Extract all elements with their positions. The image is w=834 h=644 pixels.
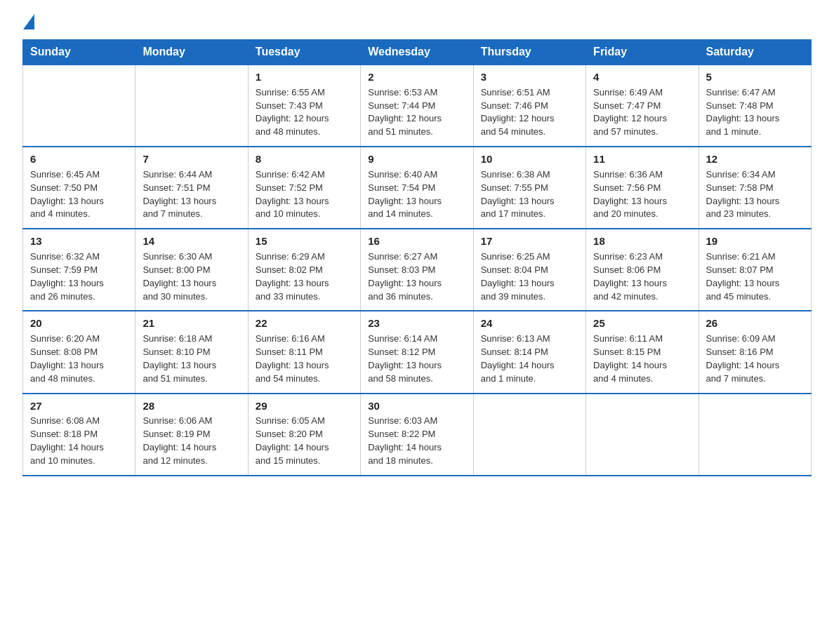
calendar-cell: 19Sunrise: 6:21 AMSunset: 8:07 PMDayligh… (699, 229, 811, 311)
day-info: Sunset: 8:16 PM (706, 346, 804, 359)
calendar-cell: 23Sunrise: 6:14 AMSunset: 8:12 PMDayligh… (361, 311, 473, 393)
day-info: Sunset: 8:10 PM (143, 346, 240, 359)
day-info: and 17 minutes. (481, 208, 578, 221)
day-info: Sunrise: 6:25 AM (481, 250, 578, 264)
day-info: and 10 minutes. (256, 208, 353, 221)
calendar-cell (699, 394, 811, 476)
column-header-sunday: Sunday (23, 40, 135, 65)
day-info: and 51 minutes. (143, 373, 240, 386)
week-row-4: 20Sunrise: 6:20 AMSunset: 8:08 PMDayligh… (23, 311, 812, 393)
day-info: and 4 minutes. (30, 208, 128, 221)
calendar-cell: 14Sunrise: 6:30 AMSunset: 8:00 PMDayligh… (135, 229, 248, 311)
day-info: Daylight: 13 hours (706, 112, 804, 126)
day-number: 11 (593, 152, 691, 167)
day-number: 4 (593, 69, 691, 85)
day-info: Sunrise: 6:27 AM (368, 250, 465, 264)
day-info: Sunrise: 6:49 AM (593, 86, 691, 100)
day-number: 2 (368, 69, 465, 85)
day-info: and 14 minutes. (368, 208, 465, 221)
day-info: Sunset: 7:48 PM (706, 100, 804, 113)
day-info: and 51 minutes. (368, 126, 465, 139)
day-info: Sunrise: 6:11 AM (593, 333, 691, 346)
calendar-cell: 9Sunrise: 6:40 AMSunset: 7:54 PMDaylight… (361, 147, 473, 229)
day-info: Sunrise: 6:47 AM (706, 86, 804, 100)
day-number: 8 (256, 152, 353, 167)
column-header-saturday: Saturday (699, 40, 811, 65)
day-info: Sunset: 8:03 PM (368, 264, 465, 277)
day-number: 12 (706, 152, 804, 167)
day-info: Sunrise: 6:53 AM (368, 86, 465, 100)
day-info: and 33 minutes. (256, 290, 353, 304)
day-info: Sunset: 7:43 PM (256, 100, 353, 113)
day-info: Sunset: 7:59 PM (30, 264, 128, 277)
day-info: Daylight: 14 hours (256, 441, 353, 455)
day-info: and 58 minutes. (368, 373, 465, 386)
day-info: Sunset: 7:46 PM (481, 100, 578, 113)
calendar-cell: 4Sunrise: 6:49 AMSunset: 7:47 PMDaylight… (586, 65, 699, 147)
day-info: Sunrise: 6:03 AM (368, 415, 465, 428)
day-info: Daylight: 13 hours (143, 359, 240, 373)
day-info: and 18 minutes. (368, 455, 465, 468)
day-info: and 36 minutes. (368, 290, 465, 304)
calendar-cell (586, 394, 699, 476)
day-info: and 48 minutes. (256, 126, 353, 139)
week-row-5: 27Sunrise: 6:08 AMSunset: 8:18 PMDayligh… (23, 394, 812, 476)
day-info: Daylight: 13 hours (143, 277, 240, 290)
day-info: Sunset: 8:06 PM (593, 264, 691, 277)
day-info: Sunset: 8:00 PM (143, 264, 240, 277)
day-number: 3 (481, 69, 578, 85)
day-info: and 57 minutes. (593, 126, 691, 139)
day-info: Sunrise: 6:14 AM (368, 333, 465, 346)
calendar-cell: 8Sunrise: 6:42 AMSunset: 7:52 PMDaylight… (248, 147, 360, 229)
day-info: Sunrise: 6:44 AM (143, 168, 240, 182)
day-info: Sunrise: 6:30 AM (143, 250, 240, 264)
calendar-cell: 2Sunrise: 6:53 AMSunset: 7:44 PMDaylight… (361, 65, 473, 147)
day-info: and 42 minutes. (593, 290, 691, 304)
calendar-cell: 25Sunrise: 6:11 AMSunset: 8:15 PMDayligh… (586, 311, 699, 393)
day-info: Daylight: 13 hours (481, 277, 578, 290)
day-info: Daylight: 14 hours (30, 441, 128, 455)
calendar-cell: 10Sunrise: 6:38 AMSunset: 7:55 PMDayligh… (473, 147, 585, 229)
page-header (22, 17, 812, 32)
day-info: Daylight: 13 hours (593, 277, 691, 290)
day-number: 17 (481, 234, 578, 249)
day-info: and 20 minutes. (593, 208, 691, 221)
day-info: Sunrise: 6:40 AM (368, 168, 465, 182)
week-row-1: 1Sunrise: 6:55 AMSunset: 7:43 PMDaylight… (23, 65, 812, 147)
day-info: Sunset: 8:12 PM (368, 346, 465, 359)
day-info: Sunrise: 6:45 AM (30, 168, 128, 182)
day-info: and 7 minutes. (143, 208, 240, 221)
day-info: and 45 minutes. (706, 290, 804, 304)
day-info: Daylight: 13 hours (256, 195, 353, 208)
calendar-cell: 27Sunrise: 6:08 AMSunset: 8:18 PMDayligh… (23, 394, 135, 476)
day-info: Daylight: 13 hours (706, 195, 804, 208)
day-number: 24 (481, 316, 578, 331)
calendar-table: SundayMondayTuesdayWednesdayThursdayFrid… (22, 39, 812, 476)
day-info: and 23 minutes. (706, 208, 804, 221)
day-info: Daylight: 14 hours (706, 359, 804, 373)
calendar-cell: 15Sunrise: 6:29 AMSunset: 8:02 PMDayligh… (248, 229, 360, 311)
day-number: 23 (368, 316, 465, 331)
day-number: 15 (256, 234, 353, 249)
day-info: Daylight: 13 hours (256, 277, 353, 290)
day-info: Sunset: 8:22 PM (368, 428, 465, 441)
day-info: Sunrise: 6:20 AM (30, 333, 128, 346)
calendar-cell: 5Sunrise: 6:47 AMSunset: 7:48 PMDaylight… (699, 65, 811, 147)
day-number: 22 (256, 316, 353, 331)
day-info: Daylight: 14 hours (593, 359, 691, 373)
day-info: Sunrise: 6:06 AM (143, 415, 240, 428)
day-info: Sunset: 8:07 PM (706, 264, 804, 277)
day-number: 27 (30, 398, 128, 414)
day-info: and 1 minute. (706, 126, 804, 139)
day-info: Daylight: 12 hours (481, 112, 578, 126)
day-number: 16 (368, 234, 465, 249)
day-info: Sunrise: 6:21 AM (706, 250, 804, 264)
day-number: 10 (481, 152, 578, 167)
calendar-cell: 6Sunrise: 6:45 AMSunset: 7:50 PMDaylight… (23, 147, 135, 229)
calendar-cell (23, 65, 135, 147)
day-info: Sunrise: 6:55 AM (256, 86, 353, 100)
day-info: Sunrise: 6:32 AM (30, 250, 128, 264)
day-info: and 12 minutes. (143, 455, 240, 468)
calendar-cell: 18Sunrise: 6:23 AMSunset: 8:06 PMDayligh… (586, 229, 699, 311)
day-info: Daylight: 13 hours (256, 359, 353, 373)
